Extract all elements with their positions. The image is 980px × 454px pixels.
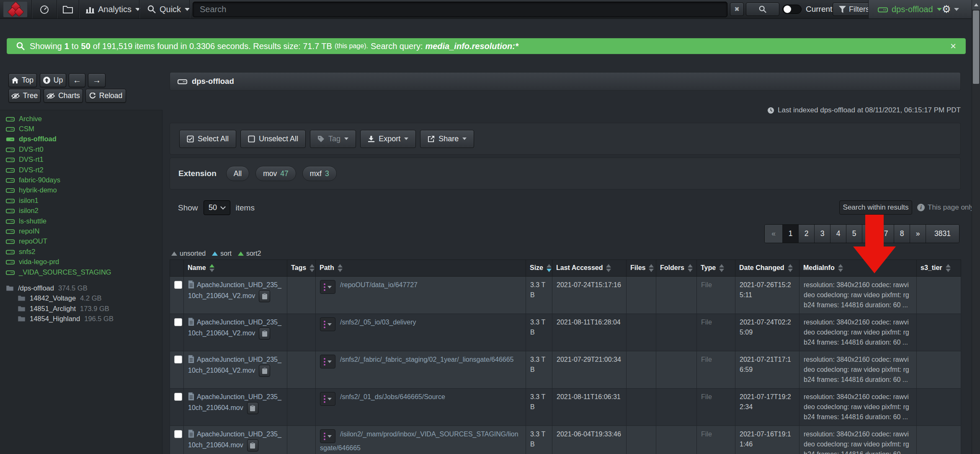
dashboard-button[interactable] <box>35 0 54 18</box>
row-checkbox[interactable] <box>174 430 182 438</box>
tag-dropdown-button[interactable] <box>320 392 335 406</box>
path-link[interactable]: /snfs2/_01_ds/Jobs/646665/Source <box>340 393 445 400</box>
sort-arrows-icon[interactable] <box>946 264 951 272</box>
folder-tree-item[interactable]: 14842_Voltage 4.2 GB <box>0 293 162 304</box>
index-selector[interactable]: dps-offload <box>878 0 942 18</box>
pagination-prev[interactable]: « <box>765 225 783 243</box>
file-browser-button[interactable] <box>59 0 77 18</box>
header-files[interactable]: Files <box>627 260 656 277</box>
export-menu-button[interactable]: Export <box>360 130 416 148</box>
header-path[interactable]: Path <box>316 260 526 277</box>
pagination-page-3[interactable]: 3 <box>815 225 830 243</box>
tree-toggle-button[interactable]: Tree <box>8 89 41 103</box>
file-name-link[interactable]: ApacheJunction_UHD_235_10ch_210604.mov <box>188 431 281 449</box>
path-link[interactable]: /repoOUT/data_io/647727 <box>340 281 418 288</box>
sort-arrows-icon[interactable] <box>838 264 843 272</box>
pagination-page-4[interactable]: 4 <box>830 225 846 243</box>
page-scrollbar[interactable] <box>972 0 980 454</box>
extension-pill-all[interactable]: All <box>226 166 249 181</box>
header-type[interactable]: Type <box>697 260 735 277</box>
unselect-all-button[interactable]: Unselect All <box>240 130 306 148</box>
sort-arrows-icon[interactable] <box>338 264 343 272</box>
pagination-last-page[interactable]: 3831 <box>926 225 959 243</box>
sidebar-volume-isilon2[interactable]: isilon2 <box>0 206 162 216</box>
header-s3-tier[interactable]: s3_tier <box>917 260 961 277</box>
header-name[interactable]: Name <box>184 260 287 277</box>
pagination-page-2[interactable]: 2 <box>799 225 815 243</box>
copy-path-button[interactable] <box>259 327 270 340</box>
path-link[interactable]: /snfs2/_05_io/03_delivery <box>340 319 416 326</box>
tag-menu-button[interactable]: Tag <box>310 130 356 148</box>
search-submit-button[interactable] <box>746 3 779 16</box>
sidebar-volume-dvs-rt1[interactable]: DVS-rt1 <box>0 155 162 165</box>
copy-path-button[interactable] <box>259 365 270 377</box>
row-checkbox[interactable] <box>174 318 182 326</box>
sort-arrows-icon[interactable] <box>688 264 693 272</box>
settings-menu[interactable]: ⚙ <box>942 0 959 18</box>
search-within-results-button[interactable]: Search within results <box>839 200 912 215</box>
current-dir-toggle[interactable] <box>782 5 802 14</box>
close-icon[interactable]: × <box>950 41 956 51</box>
sidebar-volume-vida-lego-prd[interactable]: vida-lego-prd <box>0 257 162 267</box>
forward-button[interactable]: → <box>88 73 106 87</box>
sort-arrows-icon[interactable] <box>606 264 611 272</box>
file-name-link[interactable]: ApacheJunction_UHD_235_10ch_210604.mov <box>188 393 281 411</box>
header-date-changed[interactable]: Date Changed <box>735 260 799 277</box>
tag-dropdown-button[interactable] <box>320 280 335 294</box>
sort-arrows-icon[interactable] <box>719 264 724 272</box>
sidebar-volume-ls-shuttle[interactable]: ls-shuttle <box>0 216 162 226</box>
pagination-page-8[interactable]: 8 <box>894 225 910 243</box>
quick-menu[interactable]: Quick <box>147 0 190 18</box>
sidebar-volume-repoout[interactable]: repoOUT <box>0 236 162 246</box>
scrollbar-thumb[interactable] <box>973 10 979 84</box>
sidebar-volume-snfs2[interactable]: snfs2 <box>0 246 162 257</box>
header-folders[interactable]: Folders <box>656 260 697 277</box>
up-button[interactable]: Up <box>40 73 66 87</box>
sidebar-volume-isilon1[interactable]: isilon1 <box>0 195 162 205</box>
copy-path-button[interactable] <box>259 290 270 302</box>
header-tags[interactable]: Tags <box>287 260 316 277</box>
extension-pill-mov[interactable]: mov 47 <box>255 166 296 181</box>
sort-arrows-icon[interactable] <box>788 264 793 272</box>
path-link[interactable]: /snfs2/_fabric/_fabric_staging/02_1year/… <box>340 356 514 363</box>
sort-arrows-icon[interactable] <box>649 264 654 272</box>
sidebar-volume-fabric-90days[interactable]: fabric-90days <box>0 175 162 185</box>
search-input[interactable] <box>193 2 727 17</box>
tag-dropdown-button[interactable] <box>320 429 335 443</box>
clear-search-button[interactable]: ✖ <box>730 3 744 16</box>
copy-path-button[interactable] <box>247 402 258 414</box>
sidebar-volume-archive[interactable]: Archive <box>0 114 162 124</box>
folder-tree-item[interactable]: 14851_Arclight 173.9 GB <box>0 304 162 314</box>
row-checkbox[interactable] <box>174 355 182 363</box>
pagination-next[interactable]: » <box>910 225 926 243</box>
pagination-page-1[interactable]: 1 <box>783 225 799 243</box>
header-size[interactable]: Size <box>526 260 552 277</box>
tag-dropdown-button[interactable] <box>320 317 335 331</box>
charts-toggle-button[interactable]: Charts <box>44 89 83 103</box>
sidebar-volume-dvs-rt2[interactable]: DVS-rt2 <box>0 165 162 175</box>
sidebar-volume-hybrik-demo[interactable]: hybrik-demo <box>0 185 162 195</box>
sort-arrows-icon[interactable] <box>547 264 552 272</box>
sort-arrows-icon[interactable] <box>209 264 214 272</box>
copy-path-button[interactable] <box>247 439 258 451</box>
sidebar-volume-dvs-rt0[interactable]: DVS-rt0 <box>0 144 162 154</box>
sidebar-volume-repoin[interactable]: repoIN <box>0 226 162 236</box>
top-button[interactable]: Top <box>8 73 37 87</box>
sidebar-volume-dps-offload[interactable]: dps-offload <box>0 134 162 144</box>
analytics-menu[interactable]: Analytics <box>86 0 140 18</box>
header-last-accessed[interactable]: Last Accessed <box>552 260 627 277</box>
row-checkbox[interactable] <box>174 393 182 401</box>
share-menu-button[interactable]: Share <box>420 130 474 148</box>
app-logo[interactable] <box>3 2 27 17</box>
extension-pill-mxf[interactable]: mxf 3 <box>302 166 337 181</box>
scrollbar-up-button[interactable] <box>972 0 980 10</box>
show-items-select[interactable]: 50 <box>204 200 230 215</box>
sidebar-volume-csm[interactable]: CSM <box>0 124 162 134</box>
reload-button[interactable]: Reload <box>85 89 126 103</box>
tag-dropdown-button[interactable] <box>320 355 335 368</box>
back-button[interactable]: ← <box>69 73 85 87</box>
folder-tree-item[interactable]: /dps-offload 374.5 GB <box>0 283 162 293</box>
sidebar-volume-vida-sources-staging[interactable]: _VIDA_SOURCES_STAGING <box>0 267 162 277</box>
row-checkbox[interactable] <box>174 281 182 289</box>
pagination-page-5[interactable]: 5 <box>846 225 862 243</box>
